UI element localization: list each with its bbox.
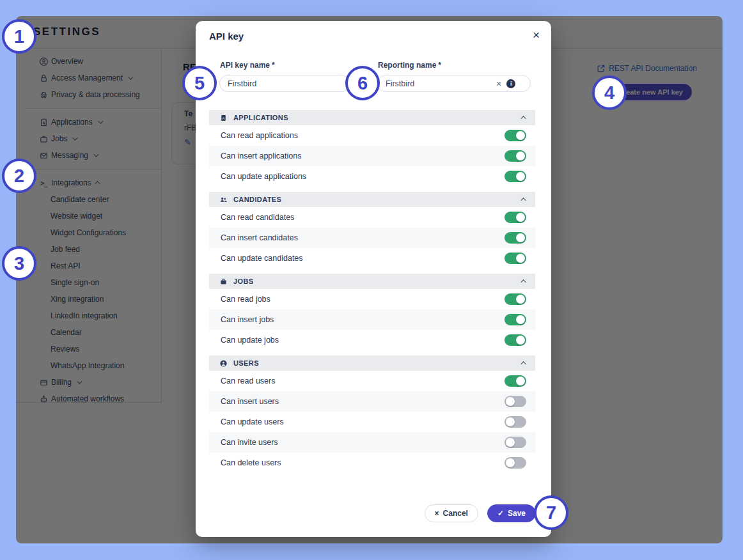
perm-row: Can read applications bbox=[209, 125, 535, 146]
section-header-jobs[interactable]: JOBS bbox=[209, 274, 535, 289]
section-jobs: JOBS Can read jobs Can insert jobs Can u… bbox=[209, 274, 535, 350]
toggle-can-insert-jobs[interactable] bbox=[504, 314, 526, 325]
toggle-can-delete-users[interactable] bbox=[504, 457, 526, 469]
info-icon[interactable]: i bbox=[506, 79, 515, 88]
clear-icon[interactable]: × bbox=[496, 79, 501, 89]
perm-row: Can read candidates bbox=[209, 207, 535, 228]
toggle-can-invite-users[interactable] bbox=[504, 437, 526, 448]
chevron-up-icon bbox=[520, 361, 526, 366]
callout-6: 6 bbox=[345, 66, 380, 100]
chevron-up-icon bbox=[520, 116, 526, 121]
perm-row: Can insert applications bbox=[209, 146, 535, 166]
perm-row: Can update candidates bbox=[209, 248, 535, 268]
api-key-name-label: API key name* bbox=[220, 61, 275, 70]
perm-row: Can invite users bbox=[209, 432, 535, 453]
api-key-modal: API key × API key name* Reporting name* … bbox=[196, 21, 551, 537]
toggle-can-read-jobs[interactable] bbox=[504, 293, 526, 305]
toggle-can-read-candidates[interactable] bbox=[504, 212, 526, 223]
chevron-up-icon bbox=[520, 279, 526, 284]
file-icon bbox=[219, 114, 228, 122]
save-button[interactable]: ✓ Save bbox=[487, 504, 536, 522]
toggle-can-read-users[interactable] bbox=[504, 375, 526, 387]
close-icon[interactable]: × bbox=[533, 29, 540, 41]
perm-row: Can insert users bbox=[209, 391, 535, 412]
section-users: USERS Can read users Can insert users Ca… bbox=[209, 355, 535, 473]
callout-5: 5 bbox=[182, 66, 217, 100]
toggle-can-insert-candidates[interactable] bbox=[504, 232, 526, 244]
check-icon: ✓ bbox=[497, 509, 504, 518]
section-header-users[interactable]: USERS bbox=[209, 355, 535, 371]
user-circle-icon bbox=[219, 359, 228, 368]
callout-3: 3 bbox=[2, 246, 36, 281]
perm-row: Can update users bbox=[209, 412, 535, 432]
api-key-name-input[interactable] bbox=[219, 75, 350, 92]
section-header-candidates[interactable]: CANDIDATES bbox=[209, 192, 535, 207]
toggle-can-update-candidates[interactable] bbox=[504, 253, 526, 264]
chevron-up-icon bbox=[520, 198, 526, 203]
perm-row: Can update jobs bbox=[209, 330, 535, 350]
section-candidates: CANDIDATES Can read candidates Can inser… bbox=[209, 192, 535, 268]
cancel-button[interactable]: × Cancel bbox=[425, 504, 478, 522]
toggle-can-insert-users[interactable] bbox=[504, 396, 526, 407]
modal-footer: × Cancel ✓ Save bbox=[425, 504, 536, 522]
callout-7: 7 bbox=[534, 495, 568, 530]
callout-1: 1 bbox=[2, 19, 36, 54]
perm-row: Can insert candidates bbox=[209, 228, 535, 248]
section-header-applications[interactable]: APPLICATIONS bbox=[209, 110, 535, 125]
perm-row: Can update applications bbox=[209, 166, 535, 187]
annotated-screenshot: SETTINGS Overview Access Management Priv… bbox=[0, 0, 743, 560]
users-group-icon bbox=[219, 196, 228, 204]
close-icon: × bbox=[435, 509, 439, 518]
perm-row: Can delete users bbox=[209, 453, 535, 473]
section-applications: APPLICATIONS Can read applications Can i… bbox=[209, 110, 535, 187]
toggle-can-update-applications[interactable] bbox=[504, 171, 526, 182]
toggle-can-read-applications[interactable] bbox=[504, 130, 526, 141]
modal-title: API key bbox=[209, 31, 244, 42]
callout-2: 2 bbox=[2, 159, 36, 193]
toggle-can-insert-applications[interactable] bbox=[504, 150, 526, 162]
perm-row: Can insert jobs bbox=[209, 309, 535, 330]
perm-row: Can read users bbox=[209, 371, 535, 391]
toggle-can-update-jobs[interactable] bbox=[504, 334, 526, 346]
reporting-name-label: Reporting name* bbox=[378, 61, 441, 70]
briefcase-icon bbox=[219, 277, 228, 286]
perm-row: Can read jobs bbox=[209, 289, 535, 309]
permissions-list: APPLICATIONS Can read applications Can i… bbox=[209, 110, 535, 478]
callout-4: 4 bbox=[592, 75, 627, 110]
toggle-can-update-users[interactable] bbox=[504, 416, 526, 428]
